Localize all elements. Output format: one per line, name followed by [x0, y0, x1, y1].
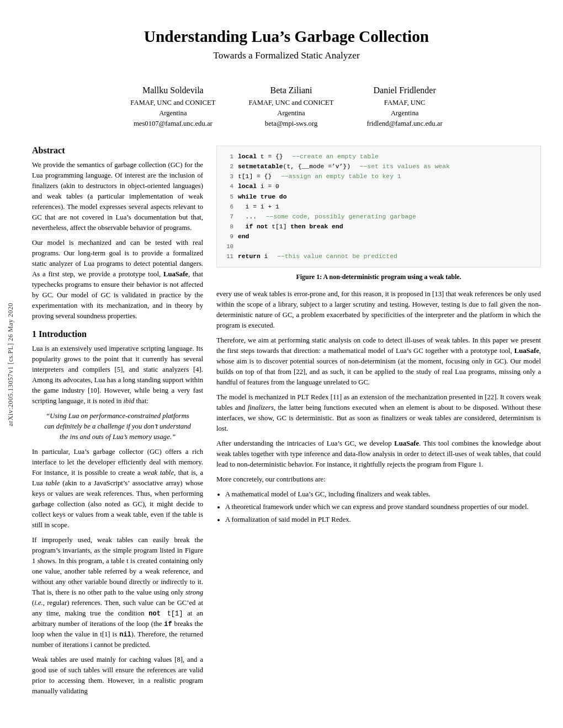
right-p1: every use of weak tables is error-prone …: [216, 289, 541, 331]
code-content-1: local t = {} −−create an empty table: [238, 152, 533, 162]
author-1-affil1: FAMAF, UNC and CONICET: [130, 98, 215, 108]
author-2-affil1: FAMAF, UNC and CONICET: [248, 98, 333, 108]
author-3-email: fridlend@famaf.unc.edu.ar: [367, 119, 443, 129]
kw-end: end: [238, 233, 249, 240]
author-1-email: mes0107@famaf.unc.edu.ar: [130, 119, 215, 129]
author-1: Mallku Soldevila FAMAF, UNC and CONICET …: [130, 85, 215, 129]
author-2-name: Beta Ziliani: [248, 85, 333, 95]
code-line-3: 3 t[1] = {} −−assign an empty table to k…: [225, 172, 533, 181]
intro-section: 1 Introduction Lua is an extensively use…: [32, 329, 203, 697]
code-content-6: i = i + 1: [238, 202, 533, 212]
kw-do: do: [279, 194, 287, 200]
kw-end-8: end: [332, 223, 343, 230]
code-content-11: return i −−this value cannot be predicte…: [238, 251, 533, 261]
main-title: Understanding Lua’s Garbage Collection: [32, 28, 541, 46]
line-num-2: 2: [225, 162, 233, 172]
code-line-7: 7 ... −−some code, possibly generating g…: [225, 212, 533, 222]
code-content-8: if not t[1] then break end: [238, 222, 533, 232]
code-line-4: 4 local i = 0: [225, 181, 533, 191]
ie-ref: i.e.: [34, 599, 43, 607]
kw-true: true: [261, 194, 275, 200]
abstract-section: Abstract We provide the semantics of gar…: [32, 146, 203, 322]
code-line-6: 6 i = i + 1: [225, 202, 533, 212]
abstract-title: Abstract: [32, 146, 203, 156]
kw-then: then: [290, 223, 305, 230]
left-column: Abstract We provide the semantics of gar…: [32, 146, 203, 701]
comment-3: −−assign an empty table to key 1: [281, 173, 401, 180]
contribution-3: A formalization of said model in PLT Red…: [225, 515, 541, 525]
nil-ref: nil: [119, 631, 131, 639]
luasafe-ref2: LuaSafe: [514, 347, 539, 355]
intro-title: 1 Introduction: [32, 329, 203, 339]
contribution-1: A mathematical model of Lua’s GC, includ…: [225, 489, 541, 500]
line-num-7: 7: [225, 212, 233, 222]
strong-ref: strong: [185, 588, 203, 596]
main-content: Understanding Lua’s Garbage Collection T…: [21, 0, 563, 728]
code-line-5: 5 while true do: [225, 192, 533, 202]
right-p2: Therefore, we aim at performing static a…: [216, 335, 541, 388]
right-paragraphs: every use of weak tables is error-prone …: [216, 289, 541, 525]
comment-2: −−set its values as weak: [360, 163, 450, 170]
line-num-9: 9: [225, 232, 233, 242]
author-3-affil1: FAMAF, UNC: [367, 98, 443, 108]
author-2-email: beta@mpi-sws.org: [248, 119, 333, 129]
not-cond: not t[1]: [148, 610, 183, 618]
line-num-11: 11: [225, 252, 233, 261]
code-content-7: ... −−some code, possibly generating gar…: [238, 212, 533, 222]
code-line-1: 1 local t = {} −−create an empty table: [225, 152, 533, 162]
right-p4: After understanding the intricacies of L…: [216, 438, 541, 470]
comment-11: −−this value cannot be predicted: [277, 253, 397, 260]
authors-section: Mallku Soldevila FAMAF, UNC and CONICET …: [32, 85, 541, 129]
figure-1-code: 1 local t = {} −−create an empty table 2…: [216, 146, 541, 267]
line-num-4: 4: [225, 182, 233, 191]
subtitle: Towards a Formalized Static Analyzer: [32, 50, 541, 61]
kw-break: break: [309, 223, 328, 230]
code-content-10: [238, 242, 533, 251]
code-line-9: 9 end: [225, 232, 533, 242]
abstract-text2: Our model is mechanized and can be teste…: [32, 238, 203, 322]
code-line-2: 2 setmetatable(t, {__mode =’v’}) −−set i…: [225, 162, 533, 172]
ibid-ref: ibid: [124, 397, 135, 405]
author-3-name: Daniel Fridlender: [367, 85, 443, 95]
line-num-1: 1: [225, 152, 233, 162]
figure-label: Figure 1: A non-deterministic program us…: [296, 273, 461, 281]
code-content-5: while true do: [238, 192, 533, 202]
kw-return: return: [238, 253, 261, 260]
contribution-2: A theoretical framework under which we c…: [225, 502, 541, 512]
quote-text: “Using Lua on performance-constrained pl…: [44, 412, 191, 441]
line-num-3: 3: [225, 172, 233, 181]
contributions-list: A mathematical model of Lua’s GC, includ…: [225, 489, 541, 525]
kw-not: not: [257, 223, 268, 230]
kw-if: if: [246, 223, 253, 230]
figure-caption: Figure 1: A non-deterministic program us…: [216, 273, 541, 281]
author-3: Daniel Fridlender FAMAF, UNC Argentina f…: [367, 85, 443, 129]
quote-block: “Using Lua on performance-constrained pl…: [43, 411, 192, 442]
line-num-5: 5: [225, 192, 233, 202]
luasafe-ref: LuaSafe: [163, 270, 188, 278]
author-3-affil2: Argentina: [367, 108, 443, 119]
code-line-8: 8 if not t[1] then break end: [225, 222, 533, 232]
right-column: 1 local t = {} −−create an empty table 2…: [216, 146, 541, 701]
title-section: Understanding Lua’s Garbage Collection T…: [32, 28, 541, 72]
line-num-6: 6: [225, 202, 233, 212]
author-2-affil2: Argentina: [248, 108, 333, 119]
arxiv-label-text: arXiv:2005.13057v1 [cs.PL] 26 May 2020: [7, 303, 15, 426]
weak-table-ref: weak table: [143, 469, 174, 477]
intro-p3: If improperly used, weak tables can easi…: [32, 535, 203, 650]
kw-local-1: local: [238, 153, 257, 160]
code-content-2: setmetatable(t, {__mode =’v’}) −−set its…: [238, 162, 533, 172]
right-p3: The model is mechanized in PLT Redex [11…: [216, 392, 541, 434]
code-content-3: t[1] = {} −−assign an empty table to key…: [238, 172, 533, 181]
page: arXiv:2005.13057v1 [cs.PL] 26 May 2020 U…: [0, 0, 563, 728]
author-2: Beta Ziliani FAMAF, UNC and CONICET Arge…: [248, 85, 333, 129]
kw-while: while: [238, 194, 257, 200]
finalizers-ref: finalizers: [248, 404, 274, 411]
line-num-10: 10: [225, 242, 233, 251]
line-num-8: 8: [225, 222, 233, 232]
comment-1: −−create an empty table: [292, 153, 378, 160]
intro-p1: Lua is an extensively used imperative sc…: [32, 344, 203, 406]
author-1-affil2: Argentina: [130, 108, 215, 119]
kw-local-2: local: [238, 183, 257, 190]
code-line-10: 10: [225, 242, 533, 251]
code-content-4: local i = 0: [238, 181, 533, 191]
